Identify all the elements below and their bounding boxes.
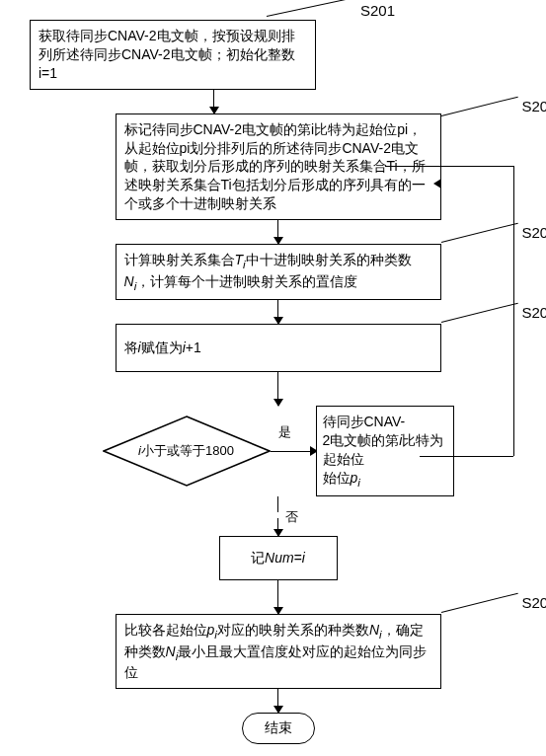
s205-b: 对应的映射关系的种类数 (217, 622, 369, 638)
record-box: 记Num=i (219, 536, 338, 580)
arrow (277, 689, 278, 713)
flowchart: 获取待同步CNAV-2电文帧，按预设规则排列所述待同步CNAV-2电文帧；初始化… (30, 20, 526, 744)
end-label: 结束 (265, 719, 292, 735)
decision-row: i小于或等于1800 是 待同步CNAV- 2电文帧的第i比特为起始位 始位pi (103, 406, 454, 496)
step-s202-text: 标记待同步CNAV-2电文帧的第i比特为起始位pi，从起始位pi划分排列后的所述… (124, 121, 426, 212)
step-s201: 获取待同步CNAV-2电文帧，按预设规则排列所述待同步CNAV-2电文帧；初始化… (30, 20, 316, 90)
connector (277, 496, 278, 512)
step-s205: 比较各起始位pi对应的映射关系的种类数Ni，确定种类数Ni最小且最大置信度处对应… (116, 614, 441, 689)
s204-a: 将 (124, 340, 138, 355)
s205-a: 比较各起始位 (124, 622, 207, 638)
callout-s201: S201 (360, 2, 395, 19)
by-a: 待同步CNAV- (323, 414, 406, 429)
dec-text: 小于或等于1800 (141, 443, 234, 458)
step-s204: 将i赋值为i+1 (116, 324, 441, 372)
s205-N2: N (166, 643, 176, 659)
arrow (277, 580, 278, 614)
callout-line-s201 (267, 0, 353, 17)
by-sub: i (357, 476, 360, 489)
by-b: 2电文帧的第 (323, 432, 400, 448)
decision: i小于或等于1800 (103, 416, 271, 487)
by-d: 始位 (323, 470, 351, 486)
rec-var: Num=i (265, 550, 305, 566)
rec-a: 记 (251, 550, 265, 566)
callout-line-s203 (440, 223, 517, 243)
yes-connector (271, 451, 310, 452)
callout-s205: S205 (522, 594, 547, 611)
step-s201-text: 获取待同步CNAV-2电文帧，按预设规则排列所述待同步CNAV-2电文帧；初始化… (39, 28, 295, 81)
callout-s203: S203 (522, 224, 547, 241)
label-yes: 是 (278, 423, 291, 441)
arrow (277, 300, 278, 324)
label-no: 否 (285, 508, 298, 526)
callout-line-s204 (440, 303, 517, 323)
s203-N: N (124, 273, 134, 289)
callout-s202: S202 (522, 98, 547, 114)
s205-N1: N (369, 622, 379, 638)
s203-c: ，计算每个十进制映射关系的置信度 (136, 273, 357, 289)
callout-line-s202 (440, 96, 517, 115)
s204-plus: +1 (186, 340, 201, 355)
arrow (277, 518, 278, 536)
feedback-arrowhead (433, 179, 441, 189)
arrow (277, 372, 278, 406)
terminator-end: 结束 (242, 713, 315, 744)
s203-T: T (235, 252, 244, 267)
branch-yes-box: 待同步CNAV- 2电文帧的第i比特为起始位 始位pi (316, 406, 454, 496)
s203-a: 计算映射关系集合 (124, 252, 235, 267)
callout-s204: S204 (522, 304, 547, 321)
callout-line-s205 (440, 593, 517, 613)
arrow (213, 90, 214, 113)
s203-b: 中十进制映射关系的种类数 (246, 252, 412, 267)
s204-b: 赋值为 (141, 340, 183, 355)
step-s203: 计算映射关系集合Ti中十进制映射关系的种类数Ni，计算每个十进制映射关系的置信度 (116, 244, 441, 300)
arrow (277, 220, 278, 244)
